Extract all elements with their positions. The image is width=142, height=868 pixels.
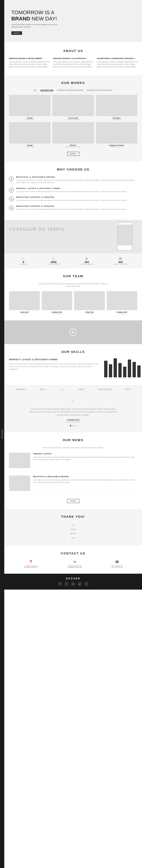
skill-bar-js-fill <box>114 358 117 377</box>
work-item-4[interactable]: Amapli Design / 2020 <box>9 122 50 148</box>
skills-left: PERFECT LAYOUT & EFFICIENT FORMS Lorem i… <box>9 358 99 379</box>
news-title-1: PERFECT LAYOUT <box>33 453 137 455</box>
team-member-1: JOHN DOE Art Director <box>9 291 40 314</box>
phone-mockup <box>117 222 133 251</box>
dot-3[interactable] <box>75 425 76 426</box>
play-button[interactable]: ▶ <box>70 329 77 336</box>
work-item-2[interactable]: On the road Painting / Illustration <box>52 95 94 120</box>
news-content-2: BEAUTIFUL & ENJOYABLE DESIGN Lorem ipsum… <box>33 475 137 491</box>
skill-label-php: PHP <box>119 378 121 379</box>
footer: SKOUER f t in g+ ♡ <box>4 574 142 590</box>
skill-bar-ai: AI <box>133 362 136 379</box>
team-name-4: GIANNA DOE <box>107 311 138 313</box>
about-col1-text: Lorem ipsum dolor sit amet, consectetur … <box>9 61 49 68</box>
skill-bar-sql: SQL <box>123 367 127 379</box>
stat-4: ✉ 420 Robot is offline <box>114 257 127 265</box>
work-item-6[interactable]: Voyageur du temps Painting / portfolio <box>96 122 137 148</box>
thankyou-item-3: of love <box>9 531 137 536</box>
work-item-5[interactable]: Blanche Painting / Interior Design <box>52 122 94 148</box>
news-thumb-1 <box>9 453 30 468</box>
about-col2-text: Lorem ipsum dolor sit amet, consectetur … <box>53 61 94 68</box>
works-more-button[interactable]: MORE <box>67 152 79 156</box>
work-item-3[interactable]: Transpect Design / portfolio <box>96 95 137 120</box>
contact-value-2: email@domain.com <box>67 566 82 568</box>
tab-architecture[interactable]: ARCHITECTURE <box>40 89 53 91</box>
skill-bar-ps: PS <box>128 360 131 379</box>
hero-subtitle: Lorem ipsum dolor sit amet, consectetur … <box>11 24 59 28</box>
news-more-wrap: MORE <box>9 498 137 503</box>
dot-2[interactable] <box>72 425 74 426</box>
team-grid: JOHN DOE Art Director GIANNA DOE Lead De… <box>9 291 137 314</box>
why-item3-text: Lorem ipsum dolor sit amet, consectetur … <box>16 199 127 202</box>
why-item2-text: Lorem ipsum dolor sit amet, consectetur … <box>16 190 127 193</box>
news-more-button[interactable]: MORE <box>67 499 79 503</box>
skill-label-html: HTML <box>104 378 107 379</box>
app-banner: VOYAGEUR DU TEMPS <box>4 220 142 253</box>
works-section: OUR WORKS ALL ARCHITECTURE INTERIOR & FU… <box>4 75 142 162</box>
stat4-icon: ✉ <box>114 257 127 261</box>
thankyou-list: Link & a bit of love xoxo <box>9 523 137 540</box>
brand-4: HBO <box>79 388 84 391</box>
about-section: ABOUT US Website Design & Development Lo… <box>4 42 142 75</box>
hero-title: TOMORROW IS A BRAND NEW DAY! <box>11 9 135 22</box>
social-twitter[interactable]: t <box>64 582 69 586</box>
stat-3: ✦ 254 Project Finished <box>80 257 94 265</box>
contact-value-1: 123 Main Street, NY <box>24 566 38 568</box>
why-item-2: ◷ PERFECT LAYOUT & EFFICIENT FORMS Lorem… <box>9 187 137 193</box>
social-facebook[interactable]: f <box>58 582 62 586</box>
thankyou-item-2: & a bit <box>9 527 137 531</box>
stat1-number: 9 <box>19 261 28 264</box>
stats-row: ♡ 9 Instagram ☆ 6942 Github Commit ✦ 254… <box>4 253 142 269</box>
team-name-3: JONE DOE <box>74 311 105 313</box>
testimonial-text: Lorem ipsum dolor sit amet, consectetur … <box>28 408 118 417</box>
thankyou-title: THANK YOU! <box>9 515 137 519</box>
about-title: ABOUT US <box>9 49 137 53</box>
tab-all[interactable]: ALL <box>34 89 37 91</box>
skill-bar-js: JS <box>114 358 117 379</box>
works-grid: Amapli Design / 2020 On the road Paintin… <box>9 95 137 148</box>
skill-bar-xd-fill <box>137 366 141 377</box>
social-linkedin[interactable]: in <box>71 582 75 586</box>
skill-bar-css: CSS <box>109 364 112 379</box>
brand-2: REAL <box>39 388 46 391</box>
news-desc: Lorem ipsum dolor sit amet, consectetur … <box>9 446 137 449</box>
skill-bar-php: PHP <box>118 363 122 379</box>
skill-bar-sql-fill <box>123 367 127 377</box>
about-col1-title: Website Design & Development <box>9 57 49 60</box>
team-section: OUR TEAM Lorem ipsum dolor sit amet, con… <box>4 269 142 320</box>
skill-label-ai: AI <box>134 378 135 379</box>
skill-label-xd: XD <box>138 378 140 379</box>
why-icon-3: ⊙ <box>9 196 14 202</box>
news-content-1: PERFECT LAYOUT Lorem ipsum dolor sit ame… <box>33 453 137 468</box>
social-googleplus[interactable]: g+ <box>78 582 82 586</box>
skills-content-title: PERFECT LAYOUT & EFFICIENT FORMS <box>9 358 99 361</box>
skills-text: Lorem ipsum dolor sit amet, consectetur … <box>9 363 99 370</box>
skill-bar-html-fill <box>104 361 107 377</box>
skill-bar-xd: XD <box>137 366 141 379</box>
brands-row: appbby REAL ═══ HBO PROGRESS MTV <box>4 385 142 394</box>
footer-socials: f t in g+ ♡ <box>9 582 137 586</box>
why-item4-text: Lorem ipsum dolor sit amet, consectetur … <box>16 208 127 211</box>
news-title: OUR NEWS <box>9 438 137 442</box>
team-title: OUR TEAM <box>9 274 137 278</box>
testimonial-section: " Lorem ipsum dolor sit amet, consectetu… <box>4 394 142 433</box>
about-col2-title: Graphic Design & Illustration <box>53 57 94 60</box>
social-heart[interactable]: ♡ <box>84 582 88 586</box>
tab-interior[interactable]: INTERIOR & FURNITURE DESIGN <box>57 89 83 91</box>
brand-1: appbby <box>16 388 26 391</box>
stat1-icon: ♡ <box>19 257 28 261</box>
skills-section: OUR SKILLS PERFECT LAYOUT & EFFICIENT FO… <box>4 344 142 385</box>
hero-more-button[interactable]: MORE <box>11 31 22 35</box>
contact-section: CONTACT US 📍 FIND US HERE 123 Main Stree… <box>4 546 142 574</box>
work-item-1[interactable]: Amapli Design / 2020 <box>9 95 50 120</box>
contact-icon-2: ✉ <box>67 560 82 564</box>
stat3-number: 254 <box>80 261 94 264</box>
tab-research[interactable]: RESEARCH & GRAPHIC DESIGN <box>87 89 112 91</box>
team-role-2: Lead Designer <box>42 313 72 314</box>
thankyou-item-1: Link <box>9 523 137 527</box>
stat2-icon: ☆ <box>48 257 60 261</box>
why-title: WHY CHOOSE US <box>9 168 137 171</box>
news-thumb-2 <box>9 475 30 491</box>
news-text-1: Lorem ipsum dolor sit amet, consectetur … <box>33 456 137 461</box>
dot-1[interactable] <box>70 425 71 426</box>
